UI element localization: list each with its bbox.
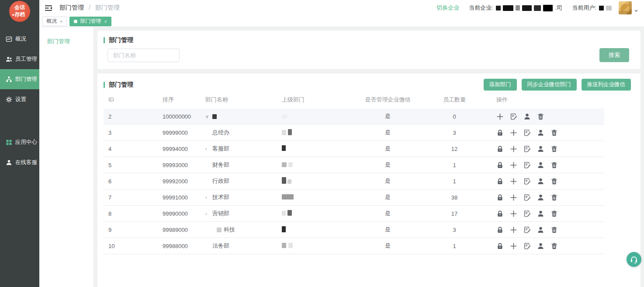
edit-icon[interactable]	[523, 194, 531, 201]
switch-company-link[interactable]: 切换企业	[436, 4, 459, 12]
breadcrumb-item[interactable]: 部门管理	[59, 4, 84, 11]
lock-icon[interactable]	[496, 145, 504, 153]
table-row: 9 99989000 科技 是 3	[104, 222, 604, 238]
delete-icon[interactable]	[551, 210, 558, 217]
members-icon[interactable]	[537, 178, 544, 185]
sidebar-item-overview[interactable]: 概况	[0, 29, 39, 49]
edit-icon[interactable]	[523, 161, 531, 169]
cell-count: 12	[428, 146, 481, 152]
edit-icon[interactable]	[523, 210, 531, 217]
sidebar-item-label: 部门管理	[15, 76, 37, 83]
delete-icon[interactable]	[551, 161, 558, 169]
subnav-item-departments[interactable]: 部门管理	[47, 38, 93, 46]
members-icon[interactable]	[537, 194, 544, 201]
active-tab-dot-icon	[74, 20, 77, 23]
delete-icon[interactable]	[551, 242, 558, 250]
push-to-wecom-button[interactable]: 推送到企业微信	[582, 79, 631, 91]
lock-icon[interactable]	[496, 161, 504, 169]
org-tree-icon	[6, 76, 12, 83]
sidebar-item-online-service[interactable]: 在线客服	[0, 152, 39, 172]
table-row: 10 99988000 法务部 是 1	[104, 238, 604, 254]
expand-caret-icon[interactable]: ›	[205, 146, 212, 151]
members-icon[interactable]	[537, 242, 544, 250]
table-card-title: 部门管理	[109, 81, 133, 89]
search-button[interactable]: 搜索	[599, 48, 629, 62]
col-manage: 是否管理企业微信	[347, 96, 428, 104]
col-name: 部门名称	[205, 96, 282, 104]
table-row: 3 99999000 总经办 是 3	[104, 125, 604, 141]
delete-icon[interactable]	[551, 178, 558, 185]
user-menu-caret-icon[interactable]	[634, 10, 638, 12]
headset-icon	[630, 255, 638, 264]
cell-name: › 营销部	[205, 210, 282, 217]
add-child-icon[interactable]	[510, 161, 517, 169]
add-child-icon[interactable]	[510, 145, 517, 153]
sidebar-item-label: 员工管理	[15, 56, 37, 63]
cell-id: 9	[108, 227, 163, 233]
collapse-sidebar-icon[interactable]	[45, 5, 52, 11]
edit-icon[interactable]	[523, 129, 531, 136]
delete-icon[interactable]	[537, 113, 544, 120]
sync-wecom-departments-button[interactable]: 同步企业微信部门	[522, 79, 577, 91]
members-icon[interactable]	[537, 145, 544, 153]
sidebar-item-departments[interactable]: 部门管理	[0, 69, 39, 89]
cell-manage: 是	[347, 242, 428, 250]
lock-icon[interactable]	[496, 178, 504, 185]
sidebar-item-settings[interactable]: 设置	[0, 89, 39, 109]
sidebar: 会话 存档 概况 员工管理 部门管理 设置 应用中心 在线客服	[0, 0, 39, 287]
customer-service-fab[interactable]	[627, 252, 641, 267]
edit-icon[interactable]	[523, 242, 531, 250]
expand-caret-icon[interactable]: ›	[205, 211, 212, 216]
members-icon[interactable]	[537, 226, 544, 234]
redacted-user-name	[599, 6, 612, 10]
cell-ops	[481, 129, 604, 136]
app-window: 会话 存档 概况 员工管理 部门管理 设置 应用中心 在线客服	[0, 0, 644, 287]
title-accent-bar	[104, 82, 105, 88]
add-child-icon[interactable]	[510, 210, 517, 217]
members-icon[interactable]	[523, 113, 531, 120]
lock-icon[interactable]	[496, 210, 504, 217]
tab-close-icon[interactable]: ×	[104, 19, 107, 24]
add-child-icon[interactable]	[510, 129, 517, 136]
add-child-icon[interactable]	[510, 178, 517, 185]
lock-icon[interactable]	[496, 226, 504, 234]
breadcrumb-separator: /	[89, 4, 90, 11]
add-child-icon[interactable]	[496, 113, 504, 120]
members-icon[interactable]	[537, 129, 544, 136]
lock-icon[interactable]	[496, 129, 504, 136]
edit-icon[interactable]	[523, 145, 531, 153]
expand-caret-icon[interactable]: ›	[205, 195, 212, 200]
user-avatar[interactable]	[619, 1, 632, 14]
sidebar-item-app-center[interactable]: 应用中心	[0, 132, 39, 152]
cell-count: 3	[428, 227, 481, 233]
collapse-caret-icon[interactable]: ∨	[205, 114, 212, 119]
edit-icon[interactable]	[523, 178, 531, 185]
add-department-button[interactable]: 添加部门	[484, 79, 517, 91]
department-name-input[interactable]	[107, 49, 180, 62]
edit-icon[interactable]	[523, 226, 531, 234]
cell-ops	[481, 145, 604, 153]
cell-ops	[481, 210, 604, 217]
edit-icon[interactable]	[510, 113, 517, 120]
lock-icon[interactable]	[496, 242, 504, 250]
tab-departments[interactable]: 部门管理 ×	[69, 17, 111, 26]
add-child-icon[interactable]	[510, 226, 517, 234]
delete-icon[interactable]	[551, 129, 558, 136]
delete-icon[interactable]	[551, 194, 558, 201]
delete-icon[interactable]	[551, 145, 558, 153]
delete-icon[interactable]	[551, 226, 558, 234]
add-child-icon[interactable]	[510, 194, 517, 201]
tab-close-icon[interactable]: ×	[60, 19, 62, 24]
redacted-company-name	[496, 5, 553, 11]
cell-id: 3	[108, 130, 163, 136]
members-icon[interactable]	[537, 161, 544, 169]
cell-count: 1	[428, 162, 481, 168]
sidebar-item-employees[interactable]: 员工管理	[0, 49, 39, 69]
cell-manage: 是	[347, 193, 428, 201]
members-icon[interactable]	[537, 210, 544, 217]
tab-label: 概况	[46, 18, 57, 25]
tab-overview[interactable]: 概况 ×	[42, 17, 67, 26]
add-child-icon[interactable]	[510, 242, 517, 250]
lock-icon[interactable]	[496, 194, 504, 201]
table-row: 8 99990000 › 营销部 是 17	[104, 206, 604, 222]
